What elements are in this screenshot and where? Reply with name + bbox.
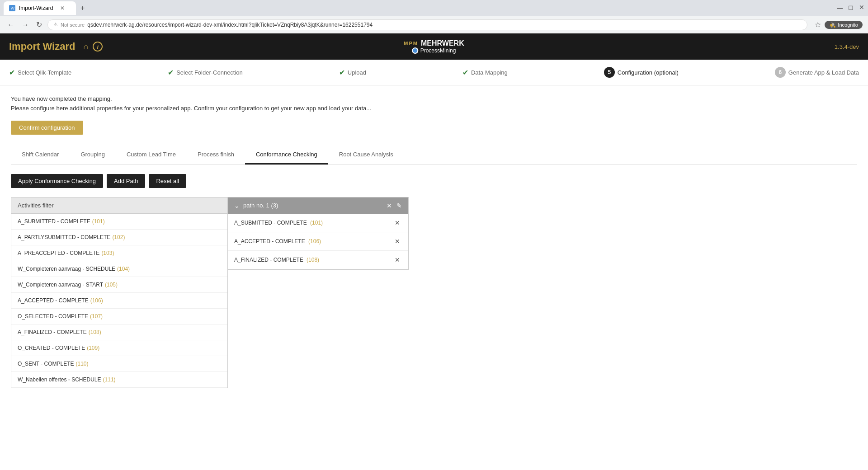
activity-label: W_Completeren aanvraag - SCHEDULE (18, 266, 115, 272)
step3-label: Upload (348, 69, 366, 76)
app-title: Import Wizard (9, 41, 75, 52)
add-path-button[interactable]: Add Path (107, 174, 146, 188)
step6-label: Generate App & Load Data (788, 69, 859, 76)
action-bar: Apply Conformance Checking Add Path Rese… (11, 174, 857, 188)
step5-label: Configuration (optional) (618, 69, 679, 76)
wizard-step-6: 6 Generate App & Load Data (775, 67, 859, 78)
tab-root-cause-analysis[interactable]: Root Cause Analysis (328, 146, 404, 164)
tabs-container: Shift Calendar Grouping Custom Lead Time… (11, 146, 857, 165)
list-item[interactable]: W_Nabellen offertes - SCHEDULE (111) (11, 372, 227, 388)
path-item-number: (106) (308, 238, 321, 244)
path-item-number: (108) (307, 257, 319, 263)
wizard-step-3: ✔ Upload (339, 68, 366, 77)
activity-number: (109) (87, 345, 99, 351)
path-item-text: A_ACCEPTED - COMPLETE (106) (234, 238, 321, 244)
browser-chrome: W Import-Wizard ✕ + ─ ◻ ✕ (0, 0, 868, 16)
path-panel: ⌄ path no. 1 (3) ✕ ✎ A_SUBMITTED - COMPL… (228, 197, 409, 270)
activity-label: A_PARTLYSUBMITTED - COMPLETE (18, 234, 110, 240)
tab-close[interactable]: ✕ (60, 5, 65, 11)
activity-number: (111) (103, 376, 116, 383)
path-item-text: A_SUBMITTED - COMPLETE (101) (234, 220, 323, 226)
wizard-step-4: ✔ Data Mapping (462, 68, 508, 77)
tab-conformance-checking[interactable]: Conformance Checking (245, 146, 328, 164)
list-item[interactable]: O_SENT - COMPLETE (110) (11, 356, 227, 372)
list-item[interactable]: A_ACCEPTED - COMPLETE (106) (11, 293, 227, 309)
back-button[interactable]: ← (5, 19, 16, 31)
path-items-list: A_SUBMITTED - COMPLETE (101) ✕ A_ACCEPTE… (228, 214, 408, 269)
activity-label: A_FINALIZED - COMPLETE (18, 329, 87, 335)
list-item[interactable]: W_Completeren aanvraag - SCHEDULE (104) (11, 261, 227, 277)
wizard-step-2: ✔ Select Folder-Connection (168, 68, 243, 77)
restore-icon[interactable]: ◻ (848, 4, 854, 13)
reload-button[interactable]: ↻ (34, 19, 44, 31)
browser-tab[interactable]: W Import-Wizard ✕ (4, 1, 76, 15)
path-list-item: A_ACCEPTED - COMPLETE (106) ✕ (228, 232, 408, 251)
confirm-config-button[interactable]: Confirm configuration (11, 121, 83, 135)
tab-title: Import-Wizard (19, 5, 53, 11)
reset-all-button[interactable]: Reset all (149, 174, 186, 188)
incognito-icon: 🕵 (829, 22, 836, 28)
new-tab-btn[interactable]: + (78, 4, 87, 12)
activity-number: (103) (101, 250, 114, 256)
step5-circle: 5 (604, 67, 615, 78)
tab-icon: W (9, 5, 15, 11)
remove-path-item-2[interactable]: ✕ (393, 237, 402, 246)
logo-mehrwerk: MEHRWERK (421, 39, 464, 47)
app-title-group: Import Wizard ⌂ i (9, 41, 103, 52)
list-item[interactable]: A_PREACCEPTED - COMPLETE (103) (11, 245, 227, 261)
mapping-text: You have now completed the mapping. Plea… (11, 94, 857, 113)
activities-panel: Activities filter A_SUBMITTED - COMPLETE… (11, 197, 228, 388)
path-header-left: ⌄ path no. 1 (3) (234, 202, 278, 209)
logo-top: MPM MEHRWERK (404, 39, 464, 47)
mapping-line1: You have now completed the mapping. (11, 94, 857, 104)
close-window-icon[interactable]: ✕ (859, 4, 864, 13)
forward-button[interactable]: → (20, 19, 31, 31)
minimize-icon[interactable]: ─ (837, 4, 843, 13)
list-item[interactable]: W_Completeren aanvraag - START (105) (11, 277, 227, 293)
logo-center: MPM MEHRWERK ProcessMining (404, 39, 464, 54)
step2-label: Select Folder-Connection (176, 69, 243, 76)
address-text: qsdev.mehrwerk-ag.de/resources/import-wi… (87, 22, 802, 28)
path-list-item: A_SUBMITTED - COMPLETE (101) ✕ (228, 214, 408, 232)
lock-label: Not secure (61, 22, 85, 28)
activity-number: (106) (90, 297, 103, 304)
chevron-down-icon[interactable]: ⌄ (234, 202, 240, 209)
list-item[interactable]: A_FINALIZED - COMPLETE (108) (11, 324, 227, 340)
logo-pm: ProcessMining (412, 47, 456, 54)
activity-label: O_SELECTED - COMPLETE (18, 313, 88, 320)
list-item[interactable]: O_SELECTED - COMPLETE (107) (11, 309, 227, 324)
apply-conformance-button[interactable]: Apply Conformance Checking (11, 174, 103, 188)
address-bar[interactable]: ⚠ Not secure qsdev.mehrwerk-ag.de/resour… (47, 19, 807, 30)
path-edit-icon[interactable]: ✎ (396, 202, 402, 209)
path-title: path no. 1 (3) (243, 202, 278, 209)
tab-grouping[interactable]: Grouping (70, 146, 115, 164)
list-item[interactable]: A_PARTLYSUBMITTED - COMPLETE (102) (11, 230, 227, 245)
activity-label: O_CREATED - COMPLETE (18, 345, 85, 351)
path-item-number: (101) (310, 220, 323, 226)
activities-filter-header: Activities filter (11, 197, 227, 214)
tab-process-finish[interactable]: Process finish (187, 146, 245, 164)
app-header: Import Wizard ⌂ i MPM MEHRWERK ProcessMi… (0, 33, 868, 60)
path-header-right: ✕ ✎ (387, 202, 402, 209)
activity-number: (107) (90, 313, 103, 320)
activities-list: A_SUBMITTED - COMPLETE (101) A_PARTLYSUB… (11, 214, 227, 388)
home-icon[interactable]: ⌂ (83, 42, 88, 52)
activity-number: (105) (105, 282, 118, 288)
bookmark-icon[interactable]: ☆ (815, 20, 821, 29)
activity-number: (108) (89, 329, 101, 335)
panels-wrapper: Activities filter A_SUBMITTED - COMPLETE… (11, 197, 857, 388)
tab-custom-lead-time[interactable]: Custom Lead Time (116, 146, 187, 164)
remove-path-item-3[interactable]: ✕ (393, 255, 402, 264)
path-close-icon[interactable]: ✕ (387, 202, 392, 209)
content-area: You have now completed the mapping. Plea… (0, 85, 868, 406)
logo-mpm: MPM (404, 41, 418, 46)
list-item[interactable]: O_CREATED - COMPLETE (109) (11, 340, 227, 356)
list-item[interactable]: A_SUBMITTED - COMPLETE (101) (11, 214, 227, 230)
activity-number: (104) (117, 266, 130, 272)
tab-shift-calendar[interactable]: Shift Calendar (11, 146, 70, 164)
info-icon[interactable]: i (93, 42, 103, 52)
activity-number: (110) (75, 361, 88, 367)
step2-check-icon: ✔ (168, 68, 174, 77)
activity-label: A_SUBMITTED - COMPLETE (18, 218, 90, 225)
remove-path-item-1[interactable]: ✕ (393, 218, 402, 227)
